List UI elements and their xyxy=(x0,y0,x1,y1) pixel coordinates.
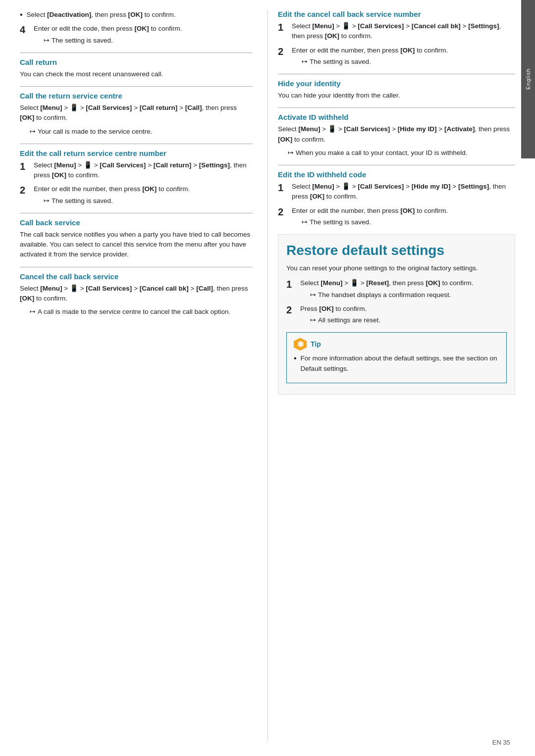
divider-call-return xyxy=(20,52,253,53)
edit-cancel-step2: 2 Enter or edit the number, then press [… xyxy=(278,46,515,67)
step1b-content: Select [Menu] > 📱 > [Call Services] > [C… xyxy=(292,21,515,42)
step4-content: Enter or edit the code, then press [OK] … xyxy=(34,24,253,46)
edit-call-return-title: Edit the call return service centre numb… xyxy=(20,149,253,157)
edit-call-return-steps: 1 Select [Menu] > 📱 > [Call Services] > … xyxy=(20,160,253,206)
hide-identity-desc: You can hide your identity from the call… xyxy=(278,91,515,101)
step1d-result: The handset displays a confirmation requ… xyxy=(300,290,507,300)
step2c-content: Enter or edit the number, then press [OK… xyxy=(292,206,515,228)
hide-identity-title: Hide your identity xyxy=(278,79,515,88)
step-num-4: 4 xyxy=(20,24,34,36)
intro-bullet-text: Select [Deactivation], then press [OK] t… xyxy=(27,10,176,20)
edit-id-step2: 2 Enter or edit the number, then press [… xyxy=(278,206,515,228)
call-back-service-section: Call back service The call back service … xyxy=(20,218,253,260)
page: English Select [Deactivation], then pres… xyxy=(0,0,535,756)
page-number: EN 35 xyxy=(492,739,510,746)
step2a-result: The setting is saved. xyxy=(34,196,253,206)
step-num-1b: 1 xyxy=(278,21,292,33)
tip-bullet-item: For more information about the default s… xyxy=(294,353,499,374)
activate-id-section: Activate ID withheld Select [Menu] > 📱 >… xyxy=(278,113,515,158)
step1c-content: Select [Menu] > 📱 > [Call Services] > [H… xyxy=(292,182,515,202)
call-return-service-title: Call the return service centre xyxy=(20,92,253,100)
divider-hide-identity xyxy=(278,74,515,74)
step-num-1d: 1 xyxy=(286,278,300,290)
edit-id-step1: 1 Select [Menu] > 📱 > [Call Services] > … xyxy=(278,182,515,202)
step2a-content: Enter or edit the number, then press [OK… xyxy=(34,184,253,206)
divider-cancel-call-back xyxy=(20,267,253,267)
hide-identity-section: Hide your identity You can hide your ide… xyxy=(278,79,515,101)
activate-id-title: Activate ID withheld xyxy=(278,113,515,121)
step1d-content: Select [Menu] > 📱 > [Reset], then press … xyxy=(300,278,507,300)
edit-id-steps: 1 Select [Menu] > 📱 > [Call Services] > … xyxy=(278,182,515,227)
step2b-text: Enter or edit the number, then press [OK… xyxy=(292,47,448,54)
intro-bullet-list: Select [Deactivation], then press [OK] t… xyxy=(20,10,253,20)
step1b-text: Select [Menu] > 📱 > [Call Services] > [C… xyxy=(292,22,501,40)
step2c-text: Enter or edit the number, then press [OK… xyxy=(292,207,448,214)
intro-bullet-item: Select [Deactivation], then press [OK] t… xyxy=(20,10,253,20)
tip-bullet-text: For more information about the default s… xyxy=(301,353,499,374)
edit-cancel-call-back-section: Edit the cancel call back service number… xyxy=(278,10,515,67)
step1c-text: Select [Menu] > 📱 > [Call Services] > [H… xyxy=(292,183,506,200)
cancel-call-back-instruction: Select [Menu] > 📱 > [Call Services] > [C… xyxy=(20,284,253,304)
edit-cancel-step1: 1 Select [Menu] > 📱 > [Call Services] > … xyxy=(278,21,515,42)
intro-section: Select [Deactivation], then press [OK] t… xyxy=(20,10,253,46)
cancel-call-back-title: Cancel the call back service xyxy=(20,272,253,281)
restore-section: Restore default settings You can reset y… xyxy=(278,234,515,395)
call-return-service-section: Call the return service centre Select [M… xyxy=(20,92,253,137)
activate-id-result: When you make a call to your contact, yo… xyxy=(278,148,515,158)
step2a-text: Enter or edit the number, then press [OK… xyxy=(34,185,190,193)
step-num-1c: 1 xyxy=(278,182,292,194)
step4-text: Enter or edit the code, then press [OK] … xyxy=(34,25,182,32)
divider-call-return-service xyxy=(20,86,253,87)
step2d-content: Press [OK] to confirm. All settings are … xyxy=(300,304,507,326)
divider-call-back xyxy=(20,213,253,213)
divider-activate-id xyxy=(278,107,515,108)
call-return-service-instruction: Select [Menu] > 📱 > [Call Services] > [C… xyxy=(20,103,253,123)
step2d-text: Press [OK] to confirm. xyxy=(300,305,367,312)
divider-edit-call-return xyxy=(20,144,253,144)
call-back-service-desc: The call back service notifies you when … xyxy=(20,230,253,260)
activate-id-instruction: Select [Menu] > 📱 > [Call Services] > [H… xyxy=(278,124,515,145)
left-column: Select [Deactivation], then press [OK] t… xyxy=(20,10,268,741)
restore-step2: 2 Press [OK] to confirm. All settings ar… xyxy=(286,304,507,326)
side-tab: English xyxy=(521,0,535,158)
edit-id-section: Edit the ID withheld code 1 Select [Menu… xyxy=(278,170,515,227)
step1d-text: Select [Menu] > 📱 > [Reset], then press … xyxy=(300,279,473,287)
step2b-result: The setting is saved. xyxy=(292,56,515,67)
step1a-text: Select [Menu] > 📱 > [Call Services] > [C… xyxy=(34,161,247,179)
call-back-service-title: Call back service xyxy=(20,218,253,227)
call-return-title: Call return xyxy=(20,58,253,66)
tip-icon: ✱ xyxy=(294,338,307,351)
edit-cancel-call-back-steps: 1 Select [Menu] > 📱 > [Call Services] > … xyxy=(278,21,515,67)
call-return-section: Call return You can check the most recen… xyxy=(20,58,253,79)
step2c-result: The setting is saved. xyxy=(292,217,515,227)
step2d-result: All settings are reset. xyxy=(300,315,507,325)
step-num-2c: 2 xyxy=(278,206,292,218)
step-num-2b: 2 xyxy=(278,46,292,57)
right-column: Edit the cancel call back service number… xyxy=(268,10,515,741)
main-content: Select [Deactivation], then press [OK] t… xyxy=(0,0,535,756)
tip-header: ✱ Tip xyxy=(294,338,499,351)
call-return-service-result: Your call is made to the service centre. xyxy=(20,126,253,137)
step4-result: The setting is saved. xyxy=(34,35,253,46)
restore-step1: 1 Select [Menu] > 📱 > [Reset], then pres… xyxy=(286,278,507,300)
edit-cancel-call-back-title: Edit the cancel call back service number xyxy=(278,10,515,18)
edit-id-title: Edit the ID withheld code xyxy=(278,170,515,179)
tip-bullets: For more information about the default s… xyxy=(294,353,499,374)
call-return-desc: You can check the most recent unanswered… xyxy=(20,69,253,79)
step-num-1a: 1 xyxy=(20,160,34,172)
restore-desc: You can reset your phone settings to the… xyxy=(286,263,507,273)
cancel-call-back-result: A call is made to the service centre to … xyxy=(20,306,253,317)
step2b-content: Enter or edit the number, then press [OK… xyxy=(292,46,515,67)
edit-call-return-step2: 2 Enter or edit the number, then press [… xyxy=(20,184,253,206)
edit-call-return-step1: 1 Select [Menu] > 📱 > [Call Services] > … xyxy=(20,160,253,181)
step-num-2d: 2 xyxy=(286,304,300,316)
edit-call-return-section: Edit the call return service centre numb… xyxy=(20,149,253,206)
step-num-2a: 2 xyxy=(20,184,34,196)
tip-box: ✱ Tip For more information about the def… xyxy=(286,332,507,383)
restore-steps: 1 Select [Menu] > 📱 > [Reset], then pres… xyxy=(286,278,507,325)
tip-label: Tip xyxy=(311,340,321,348)
restore-title: Restore default settings xyxy=(286,243,507,258)
step1a-content: Select [Menu] > 📱 > [Call Services] > [C… xyxy=(34,160,253,181)
cancel-call-back-section: Cancel the call back service Select [Men… xyxy=(20,272,253,317)
side-tab-label: English xyxy=(525,68,531,90)
